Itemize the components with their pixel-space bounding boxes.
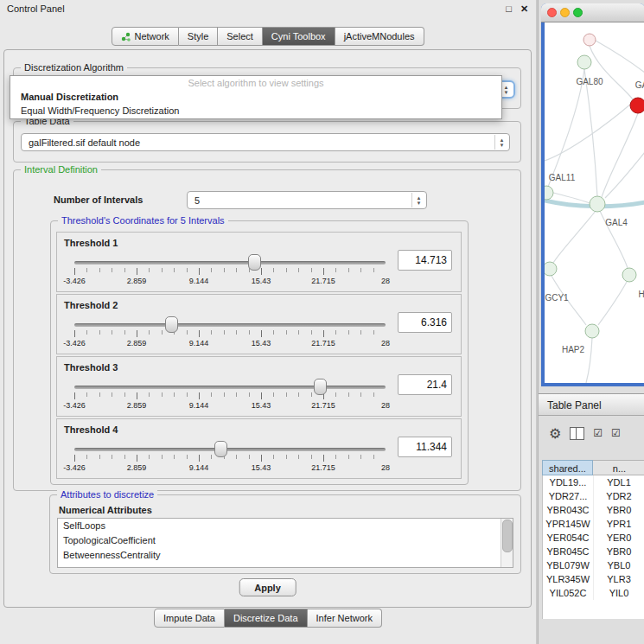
table-cell[interactable]: YDL19...: [543, 475, 594, 489]
table-row[interactable]: YBR043CYBR0: [543, 503, 644, 517]
apply-button[interactable]: Apply: [239, 578, 296, 596]
tab-infer-network[interactable]: Infer Network: [308, 609, 382, 628]
zoom-window-icon[interactable]: [573, 8, 583, 17]
threshold-3-value-input[interactable]: [398, 374, 452, 395]
table-cell[interactable]: YDR27...: [543, 489, 594, 503]
dropdown-item-manual-discretization[interactable]: Manual Discretization: [14, 90, 498, 104]
tab-network[interactable]: Network: [112, 27, 178, 46]
network-node[interactable]: [630, 98, 644, 113]
network-node[interactable]: [545, 262, 557, 276]
table-cell[interactable]: YBR0: [594, 545, 644, 558]
table-row[interactable]: YPR145WYPR1: [543, 517, 644, 531]
scrollbar-thumb[interactable]: [502, 520, 513, 552]
attribute-item[interactable]: BetweennessCentrality: [58, 548, 513, 563]
dropdown-placeholder: Select algorithm to view settings: [10, 78, 501, 88]
table-cell[interactable]: YER054C: [543, 531, 594, 545]
threshold-2-value-input[interactable]: [398, 312, 452, 333]
network-node[interactable]: [585, 324, 599, 338]
table-row[interactable]: YDL19...YDL1: [543, 475, 644, 489]
list-scrollbar[interactable]: [501, 519, 513, 567]
network-graph: GAL80GAGAL11GAL4GCY1HHAP2: [545, 22, 644, 383]
scale-label: 15.43: [252, 401, 271, 410]
table-cell[interactable]: YIL052C: [543, 586, 594, 600]
table-cell[interactable]: YBL0: [594, 558, 644, 572]
threshold-3-slider[interactable]: -3.4262.8599.14415.4321.71528: [74, 376, 386, 414]
threshold-2-panel: Threshold 2 -3.4262.8599.14415.4321.7152…: [56, 294, 462, 354]
table-cell[interactable]: YBR045C: [543, 545, 594, 558]
table-row[interactable]: YDR27...YDR2: [543, 489, 644, 503]
network-edge: [584, 69, 597, 196]
tab-style[interactable]: Style: [179, 27, 218, 46]
table-cell[interactable]: YLR345W: [543, 572, 594, 586]
threshold-4-value-input[interactable]: [398, 437, 452, 457]
table-cell[interactable]: YBL079W: [543, 558, 594, 572]
scale-label: 21.715: [311, 463, 335, 472]
close-window-icon[interactable]: [547, 8, 557, 17]
tab-cyni-toolbox[interactable]: Cyni Toolbox: [263, 27, 335, 46]
slider-thumb[interactable]: [248, 254, 261, 271]
network-canvas[interactable]: GAL80GAGAL11GAL4GCY1HHAP2: [545, 22, 644, 383]
attribute-item[interactable]: SelfLoops: [58, 519, 513, 533]
tab-label: Discretize Data: [233, 609, 298, 627]
dropdown-item-equal-width-frequency[interactable]: Equal Width/Frequency Discretization: [14, 104, 498, 118]
thresholds-group: Threshold's Coordinates for 5 Intervals …: [50, 220, 469, 485]
network-node[interactable]: [545, 186, 553, 200]
select-all-checkbox-icon[interactable]: ☑: [593, 427, 603, 439]
slider-major-ticks: [74, 268, 386, 275]
scale-label: 15.43: [252, 463, 271, 472]
slider-thumb[interactable]: [314, 379, 327, 395]
close-panel-icon[interactable]: ✕: [518, 3, 531, 16]
threshold-1-value-input[interactable]: [398, 250, 452, 271]
table-data-select[interactable]: galFiltered.sif default node ▲▼: [21, 133, 510, 151]
network-view-window: GAL80GAGAL11GAL4GCY1HHAP2: [541, 3, 644, 386]
table-cell[interactable]: YDR2: [594, 489, 644, 503]
network-node[interactable]: [583, 34, 596, 46]
table-cell[interactable]: YIL0: [594, 586, 644, 600]
threshold-4-slider[interactable]: -3.4262.8599.14415.4321.71528: [74, 438, 386, 476]
slider-thumb[interactable]: [214, 441, 227, 457]
tab-jactivemnodules[interactable]: jActiveMNodules: [335, 27, 424, 46]
table-row[interactable]: YER054CYER0: [543, 531, 644, 545]
network-edge: [602, 113, 638, 197]
table-cell[interactable]: YPR145W: [543, 517, 594, 531]
attribute-item[interactable]: TopologicalCoefficient: [58, 533, 513, 548]
num-intervals-select[interactable]: 5 ▲▼: [187, 191, 427, 209]
table-toolbar: ⚙ ☑ ☑: [539, 420, 644, 446]
table-row[interactable]: YBL079WYBL0: [543, 558, 644, 572]
table-cell[interactable]: YPR1: [594, 517, 644, 531]
table-cell[interactable]: YBR043C: [543, 503, 594, 517]
network-window-titlebar[interactable]: [541, 3, 644, 22]
threshold-1-slider[interactable]: -3.4262.8599.14415.4321.71528: [74, 252, 386, 290]
slider-scale: -3.4262.8599.14415.4321.71528: [74, 463, 386, 474]
table-cell[interactable]: YBR0: [594, 503, 644, 517]
gear-icon[interactable]: ⚙: [549, 425, 561, 442]
slider-thumb[interactable]: [165, 316, 178, 333]
table-row[interactable]: YLR345WYLR3: [543, 572, 644, 586]
column-header-shared-name[interactable]: shared...: [542, 460, 593, 475]
minimize-window-icon[interactable]: [560, 8, 570, 17]
table-row[interactable]: YBR045CYBR0: [543, 545, 644, 558]
table-cell[interactable]: YLR3: [594, 572, 644, 586]
tab-discretize-data[interactable]: Discretize Data: [225, 609, 308, 628]
tab-impute-data[interactable]: Impute Data: [154, 609, 225, 628]
attributes-group-title: Attributes to discretize: [57, 489, 157, 500]
columns-icon[interactable]: [570, 427, 584, 440]
num-intervals-label: Number of Intervals: [54, 194, 143, 205]
threshold-2-slider[interactable]: -3.4262.8599.14415.4321.71528: [74, 314, 386, 352]
network-node-label: HAP2: [562, 345, 585, 354]
network-node[interactable]: [577, 55, 591, 69]
table-data-selected-value: galFiltered.sif default node: [29, 137, 140, 148]
table-cell[interactable]: YDL1: [594, 475, 644, 489]
network-node[interactable]: [622, 268, 636, 282]
scale-label: 9.144: [189, 277, 209, 285]
column-header-name[interactable]: n...: [593, 460, 644, 475]
table-cell[interactable]: YER0: [594, 531, 644, 545]
threshold-4-panel: Threshold 4 -3.4262.8599.14415.4321.7152…: [56, 418, 462, 479]
network-node-label: GAL11: [549, 173, 576, 182]
slider-major-ticks: [74, 392, 386, 399]
table-row[interactable]: YIL052CYIL0: [543, 586, 644, 600]
network-node[interactable]: [590, 196, 605, 212]
tab-select[interactable]: Select: [218, 27, 263, 46]
float-window-icon[interactable]: □: [502, 3, 515, 16]
select-none-checkbox-icon[interactable]: ☑: [611, 427, 621, 439]
